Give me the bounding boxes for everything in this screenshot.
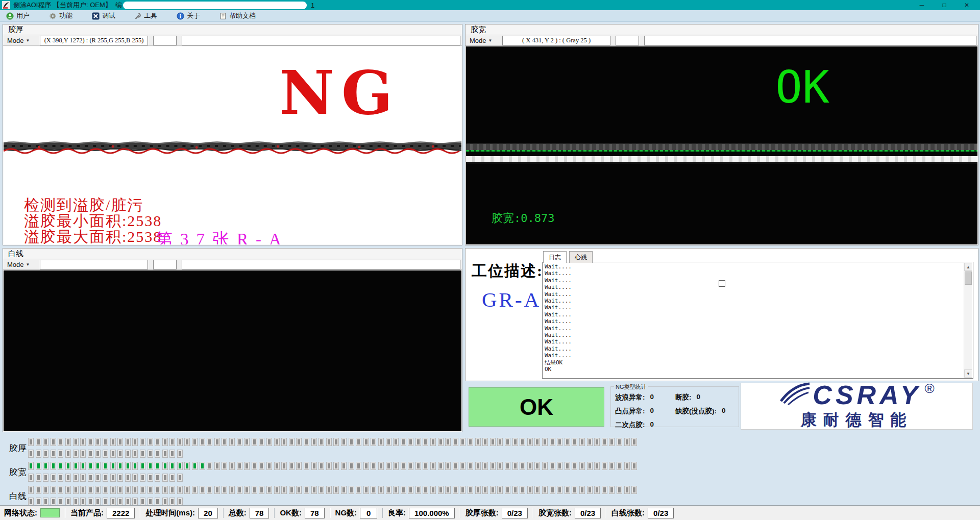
ng-stats-groupbox: NG类型统计 波浪异常:0断胶:0凸点异常:0缺胶(没点胶):0二次点胶:0	[610, 386, 739, 427]
panel-baixian: 白线 Mode ▼	[3, 248, 462, 432]
indicator-square	[36, 474, 41, 482]
indicator-square	[378, 486, 384, 494]
ng-result-text: NG	[279, 60, 400, 126]
menu-item-tools[interactable]: 工具	[133, 10, 159, 21]
indicator-square	[155, 462, 160, 470]
log-list: Wait....Wait....Wait....Wait....Wait....…	[545, 263, 963, 377]
indicator-square	[36, 450, 41, 458]
indicator-square	[155, 438, 160, 446]
ng-stats-grid: 波浪异常:0断胶:0凸点异常:0缺胶(没点胶):0二次点胶:0	[611, 387, 739, 430]
indicator-square	[445, 486, 451, 494]
indicator-square	[252, 486, 257, 494]
baixian-toolbar: Mode ▼	[3, 259, 462, 270]
indicator-square	[594, 486, 600, 494]
status-value-yield: 100.000%	[409, 508, 455, 518]
indicator-square	[304, 486, 309, 494]
indicator-square	[550, 438, 555, 446]
baixian-wide-box	[182, 260, 460, 269]
indicator-square	[482, 462, 488, 470]
indicator-square	[200, 438, 205, 446]
indicator-square	[565, 462, 570, 470]
indicator-square	[73, 438, 79, 446]
indicator-square	[244, 438, 250, 446]
indicator-square	[125, 438, 131, 446]
baixian-mode-dropdown[interactable]: Mode ▼	[7, 261, 34, 268]
indicator-square	[43, 474, 48, 482]
log-line: Wait....	[545, 325, 963, 332]
glue-width-readout: 胶宽:0.873	[492, 211, 554, 226]
jiaokuan-wide-box	[644, 36, 976, 45]
indicator-square	[117, 498, 123, 506]
indicator-square	[192, 462, 198, 470]
chevron-down-icon: ▼	[26, 38, 30, 43]
indicator-square	[214, 462, 220, 470]
indicator-square	[117, 462, 123, 470]
jiaokuan-mode-dropdown[interactable]: Mode ▼	[470, 37, 496, 44]
indicator-square	[43, 498, 48, 506]
indicator-square	[222, 486, 227, 494]
gear-icon	[49, 12, 57, 20]
indicator-square	[162, 438, 168, 446]
scroll-thumb[interactable]	[965, 271, 972, 285]
menu-item-user[interactable]: 用户	[4, 10, 32, 21]
menu-item-about[interactable]: 关于	[175, 10, 202, 21]
result-ok-button[interactable]: OK	[469, 387, 604, 427]
minimize-button[interactable]: ─	[911, 0, 933, 10]
baixian-pixel-readout	[40, 260, 148, 269]
indicator-square	[356, 438, 361, 446]
indicator-square	[341, 462, 347, 470]
menu-item-debug[interactable]: 调试	[90, 10, 117, 21]
panel-baixian-title: 白线	[3, 249, 462, 259]
indicator-square	[51, 486, 56, 494]
indicator-square	[631, 486, 637, 494]
indicator-square	[527, 438, 533, 446]
glue-edge-band	[4, 139, 461, 157]
close-button[interactable]: ✕	[955, 0, 978, 10]
indicator-square	[259, 438, 264, 446]
log-scrollbar[interactable]: ▲ ▼	[964, 263, 972, 378]
window-title-tail: 1	[311, 2, 314, 9]
indicator-square	[482, 438, 488, 446]
indicator-square	[103, 486, 108, 494]
indicator-square	[36, 462, 41, 470]
tab-heartbeat[interactable]: 心跳	[569, 251, 593, 263]
indicator-square	[609, 438, 615, 446]
indicator-square	[579, 438, 585, 446]
indicator-square	[110, 450, 116, 458]
scroll-down-icon[interactable]: ▼	[964, 369, 972, 378]
log-checkbox[interactable]	[719, 280, 725, 287]
indicator-row	[28, 498, 184, 506]
indicator-square	[88, 450, 93, 458]
indicator-row	[28, 450, 184, 458]
ng-stat-label: 断胶:	[675, 393, 692, 402]
status-bar: 网络状态:当前产品:2222处理时间(ms):20总数:78OK数:78NG数:…	[0, 505, 980, 520]
indicator-square	[534, 438, 540, 446]
indicator-square	[557, 486, 562, 494]
tab-log[interactable]: 日志	[543, 251, 567, 263]
indicator-square	[140, 498, 145, 506]
indicator-square	[520, 486, 525, 494]
indicator-square	[162, 450, 168, 458]
indicator-square	[356, 462, 361, 470]
indicator-square	[80, 438, 86, 446]
ng-stat-value: 0	[722, 407, 726, 416]
indicator-square	[304, 462, 309, 470]
indicator-square	[110, 438, 116, 446]
maximize-button[interactable]: □	[933, 0, 955, 10]
indicator-square	[438, 438, 444, 446]
indicator-square	[200, 462, 205, 470]
ng-stat-item: 波浪异常:0	[615, 393, 675, 402]
menu-item-help[interactable]: 帮助文档	[217, 10, 258, 21]
station-label: 工位描述:	[472, 261, 543, 282]
jiaokuan-image-view: OK 胶宽:0.873	[466, 46, 977, 244]
jiaohou-mode-dropdown[interactable]: Mode ▼	[7, 37, 34, 44]
status-label-ng: NG数:	[335, 508, 357, 518]
indicator-square	[341, 438, 347, 446]
menu-item-func[interactable]: 功能	[47, 10, 75, 21]
indicator-square	[162, 486, 168, 494]
indicator-square	[512, 438, 518, 446]
indicator-square	[28, 438, 34, 446]
indicator-square	[43, 486, 48, 494]
scroll-up-icon[interactable]: ▲	[964, 263, 972, 271]
indicator-square	[103, 498, 108, 506]
